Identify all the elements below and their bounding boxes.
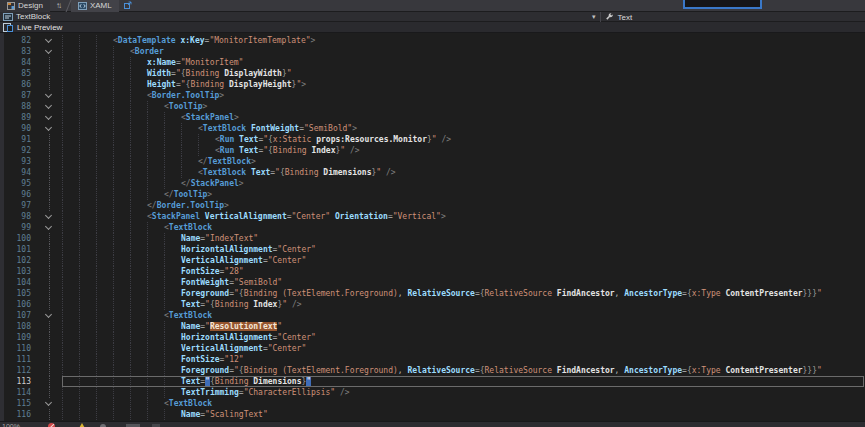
line-number[interactable]: 100 [0, 233, 38, 244]
code-line[interactable]: 93</TextBlock> [0, 156, 865, 167]
line-number[interactable]: 102 [0, 255, 38, 266]
breadcrumb[interactable]: TextBlock [0, 12, 50, 21]
line-number[interactable]: 112 [0, 365, 38, 376]
line-number[interactable]: 105 [0, 288, 38, 299]
code-token: HorizontalAlignment [181, 245, 273, 254]
fold-chevron-icon[interactable] [38, 35, 62, 46]
line-number[interactable]: 116 [0, 409, 38, 420]
indent-guide [113, 178, 114, 189]
code-line[interactable]: 106Text="{Binding Index}" /> [0, 299, 865, 310]
swap-panes-icon[interactable]: ↑↓ [50, 1, 66, 10]
indent-guide [130, 189, 131, 200]
code-line[interactable]: 102VerticalAlignment="Center" [0, 255, 865, 266]
line-number[interactable]: 113 [0, 376, 38, 387]
code-line[interactable]: 88<ToolTip> [0, 101, 865, 112]
code-editor[interactable]: 82<DataTemplate x:Key="MonitorItemTempla… [0, 33, 865, 421]
error-icon[interactable] [48, 423, 55, 427]
fold-chevron-icon[interactable] [38, 398, 62, 409]
fold-chevron-icon[interactable] [38, 46, 62, 57]
line-number[interactable]: 103 [0, 266, 38, 277]
line-number[interactable]: 88 [0, 101, 38, 112]
code-line[interactable]: 99<TextBlock [0, 222, 865, 233]
code-line[interactable]: 91<Run Text="{x:Static props:Resources.M… [0, 134, 865, 145]
code-line[interactable]: 97</Border.ToolTip> [0, 200, 865, 211]
code-line[interactable]: 96</ToolTip> [0, 189, 865, 200]
line-number[interactable]: 107 [0, 310, 38, 321]
line-number[interactable]: 109 [0, 332, 38, 343]
code-line[interactable]: 116Name="ScalingText" [0, 409, 865, 420]
breadcrumb-dropdown-icon[interactable]: ▾ [592, 12, 596, 22]
indent-guide [113, 332, 114, 343]
code-line[interactable]: 82<DataTemplate x:Key="MonitorItemTempla… [0, 35, 865, 46]
line-number[interactable]: 82 [0, 35, 38, 46]
code-line[interactable]: 92<Run Text="{Binding Index}" /> [0, 145, 865, 156]
popout-icon[interactable] [119, 1, 137, 11]
line-number[interactable]: 106 [0, 299, 38, 310]
fold-chevron-icon[interactable] [38, 211, 62, 222]
zoom-level-label[interactable]: 100% [2, 423, 20, 427]
code-line[interactable]: 111FontSize="12" [0, 354, 865, 365]
line-number[interactable]: 108 [0, 321, 38, 332]
code-line[interactable]: 110VerticalAlignment="Center" [0, 343, 865, 354]
code-line[interactable]: 103FontSize="28" [0, 266, 865, 277]
line-number[interactable]: 95 [0, 178, 38, 189]
line-number[interactable]: 91 [0, 134, 38, 145]
line-number[interactable]: 96 [0, 189, 38, 200]
code-line[interactable]: 85Width="{Binding DisplayWidth}" [0, 68, 865, 79]
line-number[interactable]: 104 [0, 277, 38, 288]
fold-chevron-icon[interactable] [38, 123, 62, 134]
code-line[interactable]: 90<TextBlock FontWeight="SemiBold"> [0, 123, 865, 134]
focus-outline-box [683, 0, 762, 9]
code-text: <StackPanel> [62, 112, 865, 123]
breadcrumb-property-label[interactable]: Text [618, 13, 633, 22]
line-number[interactable]: 99 [0, 222, 38, 233]
fold-chevron-icon[interactable] [38, 112, 62, 123]
code-line[interactable]: 104FontWeight="SemiBold" [0, 277, 865, 288]
code-line[interactable]: 105Foreground="{Binding (TextElement.For… [0, 288, 865, 299]
code-line[interactable]: 115<TextBlock [0, 398, 865, 409]
tab-xaml[interactable]: XAML [71, 0, 119, 12]
tab-design[interactable]: Design [0, 0, 50, 12]
line-number[interactable]: 93 [0, 156, 38, 167]
line-number[interactable]: 97 [0, 200, 38, 211]
indent-guide [62, 211, 63, 222]
code-line[interactable]: 108Name="ResolutionText" [0, 321, 865, 332]
line-number[interactable]: 94 [0, 167, 38, 178]
code-line[interactable]: 101HorizontalAlignment="Center" [0, 244, 865, 255]
warning-icon[interactable] [78, 423, 86, 427]
line-number[interactable]: 87 [0, 90, 38, 101]
code-line[interactable]: 109HorizontalAlignment="Center" [0, 332, 865, 343]
fold-chevron-icon[interactable] [38, 222, 62, 233]
line-number[interactable]: 90 [0, 123, 38, 134]
code-line[interactable]: 83<Border [0, 46, 865, 57]
line-number[interactable]: 83 [0, 46, 38, 57]
line-number[interactable]: 111 [0, 354, 38, 365]
code-line[interactable]: 89<StackPanel> [0, 112, 865, 123]
fold-chevron-icon[interactable] [38, 310, 62, 321]
line-number[interactable]: 98 [0, 211, 38, 222]
code-line[interactable]: 87<Border.ToolTip> [0, 90, 865, 101]
code-line[interactable]: 94<TextBlock Text="{Binding Dimensions}"… [0, 167, 865, 178]
code-line[interactable]: 113Text="{Binding Dimensions}" [0, 376, 865, 387]
fold-chevron-icon[interactable] [38, 101, 62, 112]
code-line[interactable]: 86Height="{Binding DisplayHeight}"> [0, 79, 865, 90]
line-number[interactable]: 84 [0, 57, 38, 68]
indent-guide [79, 123, 80, 134]
code-line[interactable]: 84x:Name="MonitorItem" [0, 57, 865, 68]
code-line[interactable]: 107<TextBlock [0, 310, 865, 321]
line-number[interactable]: 110 [0, 343, 38, 354]
line-number[interactable]: 92 [0, 145, 38, 156]
line-number[interactable]: 85 [0, 68, 38, 79]
code-line[interactable]: 114TextTrimming="CharacterEllipsis" /> [0, 387, 865, 398]
line-number[interactable]: 89 [0, 112, 38, 123]
fold-chevron-icon[interactable] [38, 90, 62, 101]
code-line[interactable]: 100Name="IndexText" [0, 233, 865, 244]
line-number[interactable]: 114 [0, 387, 38, 398]
code-line[interactable]: 112Foreground="{Binding (TextElement.For… [0, 365, 865, 376]
code-line[interactable]: 98<StackPanel VerticalAlignment="Center"… [0, 211, 865, 222]
indent-guide [113, 46, 114, 57]
code-line[interactable]: 95</StackPanel> [0, 178, 865, 189]
line-number[interactable]: 101 [0, 244, 38, 255]
line-number[interactable]: 115 [0, 398, 38, 409]
line-number[interactable]: 86 [0, 79, 38, 90]
